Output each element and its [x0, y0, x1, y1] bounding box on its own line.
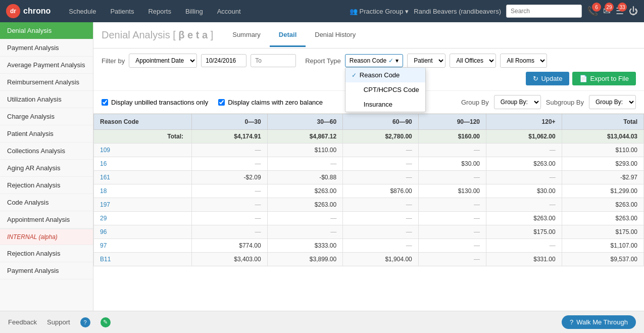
group-by-section: Group By Group By: Subgroup By Group By: — [461, 95, 636, 109]
col-0-30: 0—30 — [192, 114, 268, 130]
cell-7-5: $1,107.00 — [562, 239, 643, 253]
table-header-row: Reason Code 0—30 30—60 60—90 90—120 120+… — [94, 114, 644, 130]
cell-2-1: -$0.88 — [267, 171, 343, 184]
cell-3-1: $263.00 — [267, 184, 343, 198]
feedback-link[interactable]: Feedback — [8, 318, 37, 326]
sidebar-item-payment-analysis[interactable]: Payment Analysis — [0, 39, 93, 57]
cell-3-2: $876.00 — [343, 184, 419, 198]
subgroup-by-select[interactable]: Group By: — [589, 95, 636, 109]
sidebar-item-aging-ar-analysis[interactable]: Aging AR Analysis — [0, 160, 93, 177]
cell-0-5: $110.00 — [562, 144, 643, 157]
cell-2-5: -$2.97 — [562, 171, 643, 184]
tab-denial-history[interactable]: Denial History — [306, 24, 365, 47]
dropdown-option-insurance[interactable]: Insurance — [345, 97, 425, 112]
offices-select[interactable]: All Offices — [450, 54, 496, 68]
patient-select[interactable]: Patient — [407, 54, 445, 68]
sidebar-item-utilization-analysis[interactable]: Utilization Analysis — [0, 91, 93, 108]
cell-7-0: $774.00 — [192, 239, 268, 253]
group-by-select[interactable]: Group By: — [494, 95, 541, 109]
filter-by-label: Filter by — [102, 57, 125, 65]
cell-6-0: — — [192, 225, 268, 239]
zero-balance-checkbox[interactable] — [218, 99, 225, 106]
cell-7-2: — — [343, 239, 419, 253]
code-cell-5[interactable]: 29 — [94, 212, 192, 225]
code-cell-8[interactable]: B11 — [94, 253, 192, 266]
zero-balance-checkbox-group: Display claims with zero balance — [218, 99, 323, 106]
message-badge[interactable]: ✉ 29 — [603, 6, 611, 17]
export-button[interactable]: 📄 Export to File — [572, 72, 636, 85]
dropdown-option-reason-code[interactable]: ✓ Reason Code — [345, 68, 425, 82]
nav-account[interactable]: Account — [211, 6, 247, 17]
group-by-label: Group By — [461, 99, 489, 106]
code-cell-0[interactable]: 109 — [94, 144, 192, 157]
sidebar-item-patient-analysis[interactable]: Patient Analysis — [0, 125, 93, 142]
code-cell-3[interactable]: 18 — [94, 184, 192, 198]
date-from-input[interactable] — [201, 54, 246, 67]
cell-8-1: $3,899.00 — [267, 253, 343, 266]
sidebar-item-reimbursement-analysis[interactable]: Reimbursement Analysis — [0, 74, 93, 91]
dropdown-option-cpt[interactable]: CPT/HCPCS Code — [345, 82, 425, 97]
cell-7-4: — — [486, 239, 562, 253]
date-to-input[interactable] — [251, 54, 296, 67]
cell-6-3: — — [418, 225, 486, 239]
help-icon[interactable]: ? — [80, 317, 90, 327]
phone-badge[interactable]: 📞 6 — [587, 6, 598, 17]
nav-left: dr chrono Schedule Patients Reports Bill… — [6, 4, 247, 18]
report-type-dropdown[interactable]: Reason Code ✓ ▾ — [345, 54, 403, 67]
col-60-90: 60—90 — [343, 114, 419, 130]
appointment-date-select[interactable]: Appointment Date — [129, 54, 197, 68]
logo-text: chrono — [23, 7, 51, 16]
col-30-60: 30—60 — [267, 114, 343, 130]
sidebar-item-collections-analysis[interactable]: Collections Analysis — [0, 142, 93, 160]
logo-icon: dr — [6, 4, 20, 18]
report-type-menu: ✓ Reason Code CPT/HCPCS Code Insurance — [345, 67, 426, 112]
power-icon[interactable]: ⏻ — [629, 6, 638, 17]
update-button[interactable]: ↻ Update — [526, 72, 569, 85]
code-cell-6[interactable]: 96 — [94, 225, 192, 239]
cell-1-3: $30.00 — [418, 157, 486, 171]
cell-8-5: $9,537.00 — [562, 253, 643, 266]
sidebar-item-rejection-analysis[interactable]: Rejection Analysis — [0, 177, 93, 194]
sidebar-item-average-payment-analysis[interactable]: Average Payment Analysis — [0, 57, 93, 74]
message-count: 29 — [605, 3, 614, 12]
col-90-120: 90—120 — [418, 114, 486, 130]
sidebar-item-internal-rejection-analysis[interactable]: Rejection Analysis — [0, 245, 93, 262]
code-cell-2[interactable]: 161 — [94, 171, 192, 184]
sidebar-item-charge-analysis[interactable]: Charge Analysis — [0, 108, 93, 125]
sidebar-item-code-analysis[interactable]: Code Analysis — [0, 194, 93, 211]
table-row: 109—$110.00———$110.00 — [94, 144, 644, 157]
code-cell-7[interactable]: 97 — [94, 239, 192, 253]
main-layout: Denial Analysis Payment Analysis Average… — [0, 22, 644, 333]
total-label: Total: — [94, 130, 192, 144]
rooms-select[interactable]: All Rooms — [500, 54, 547, 68]
cell-7-1: $333.00 — [267, 239, 343, 253]
table-row: 197—$263.00———$263.00 — [94, 198, 644, 212]
total-col-5: $13,044.03 — [562, 130, 643, 144]
code-cell-1[interactable]: 16 — [94, 157, 192, 171]
nav-patients[interactable]: Patients — [104, 6, 140, 17]
tab-detail[interactable]: Detail — [270, 24, 306, 47]
total-col-3: $160.00 — [418, 130, 486, 144]
unbilled-checkbox[interactable] — [102, 99, 108, 106]
walk-me-button[interactable]: ? Walk Me Through — [562, 315, 636, 329]
cell-5-1: — — [267, 212, 343, 225]
search-input[interactable] — [506, 5, 582, 18]
tab-summary[interactable]: Summary — [223, 24, 270, 47]
cell-6-2: — — [343, 225, 419, 239]
menu-badge[interactable]: ☰ 33 — [616, 6, 624, 17]
cell-4-4: — — [486, 198, 562, 212]
logo[interactable]: dr chrono — [6, 4, 51, 18]
nav-reports[interactable]: Reports — [142, 6, 177, 17]
edit-icon[interactable]: ✎ — [101, 317, 111, 327]
sidebar-item-appointment-analysis[interactable]: Appointment Analysis — [0, 211, 93, 228]
code-cell-4[interactable]: 197 — [94, 198, 192, 212]
sidebar-item-internal-payment-analysis[interactable]: Payment Analysis — [0, 262, 93, 279]
practice-group-selector[interactable]: 👥 Practice Group ▾ — [350, 8, 409, 15]
cell-8-0: $3,403.00 — [192, 253, 268, 266]
support-link[interactable]: Support — [47, 318, 70, 326]
report-type-label: Report Type — [305, 57, 341, 65]
table-row: 18—$263.00$876.00$130.00$30.00$1,299.00 — [94, 184, 644, 198]
sidebar-item-denial-analysis[interactable]: Denial Analysis — [0, 22, 93, 39]
nav-schedule[interactable]: Schedule — [63, 6, 102, 17]
nav-billing[interactable]: Billing — [179, 6, 209, 17]
